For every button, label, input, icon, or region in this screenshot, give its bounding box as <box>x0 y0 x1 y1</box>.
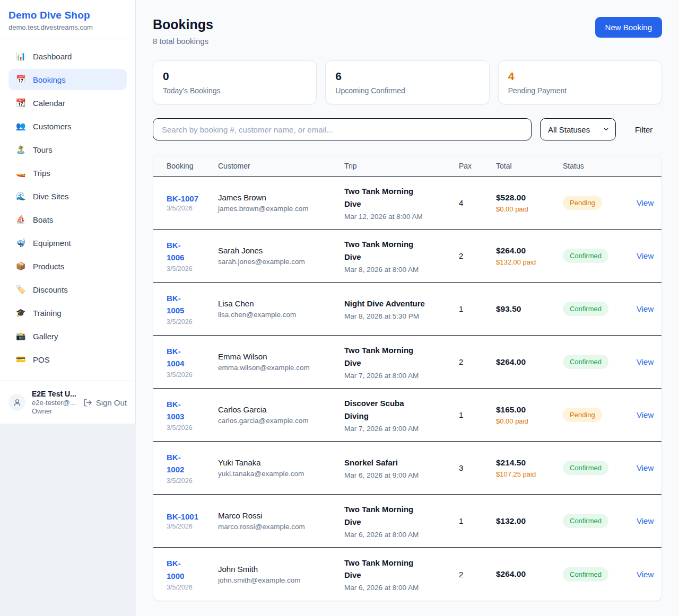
sidebar-item-label: Equipment <box>33 239 71 248</box>
pax-cell: 2 <box>452 243 490 269</box>
booking-cell: BK-1006 3/5/2026 <box>153 231 212 281</box>
sidebar-item-customers[interactable]: 👥 Customers <box>8 116 127 137</box>
sidebar: Demo Dive Shop demo.test.divestreams.com… <box>0 0 136 424</box>
booking-date: 3/5/2026 <box>167 424 205 432</box>
view-link[interactable]: View <box>637 410 654 419</box>
sidebar-item-bookings[interactable]: 📅 Bookings <box>8 69 127 90</box>
sidebar-item-label: Trips <box>33 169 50 178</box>
column-header-status: Status <box>556 155 621 176</box>
booking-date: 3/5/2026 <box>167 371 205 379</box>
view-link[interactable]: View <box>637 304 654 313</box>
sidebar-item-label: Calendar <box>33 99 65 108</box>
customer-name: John Smith <box>218 565 332 574</box>
trip-name: Two Tank Morning Dive <box>344 557 428 582</box>
stat-label: Upcoming Confirmed <box>335 86 479 95</box>
customer-cell: James Brown james.brown@example.com <box>212 184 338 221</box>
brand-name: Demo Dive Shop <box>8 10 127 21</box>
status-badge: Confirmed <box>563 514 608 528</box>
status-cell: Pending <box>556 399 621 430</box>
booking-number-link[interactable]: BK-1000 <box>167 557 191 582</box>
sidebar-item-label: Gallery <box>33 332 58 341</box>
sidebar-item-gallery[interactable]: 📸 Gallery <box>8 325 127 347</box>
paid-amount: $107.25 paid <box>496 470 537 478</box>
sign-out-label: Sign Out <box>96 398 127 407</box>
view-link[interactable]: View <box>637 251 654 260</box>
customer-email: sarah.jones@example.com <box>218 258 332 266</box>
brand-block: Demo Dive Shop demo.test.divestreams.com <box>0 0 135 39</box>
trip-name: Discover Scuba Diving <box>344 397 428 422</box>
pax-cell: 2 <box>452 349 490 375</box>
table-row: BK-1006 3/5/2026 Sarah Jones sarah.jones… <box>153 230 661 283</box>
sidebar-item-equipment[interactable]: 🤿 Equipment <box>8 232 127 253</box>
trip-datetime: Mar 7, 2026 at 8:00 AM <box>344 372 446 380</box>
page-subtitle: 8 total bookings <box>153 37 213 46</box>
booking-number-link[interactable]: BK-1001 <box>167 512 198 521</box>
total-amount: $214.50 <box>496 458 550 468</box>
status-badge: Confirmed <box>563 302 608 316</box>
booking-number-link[interactable]: BK-1004 <box>167 345 191 370</box>
booking-date: 3/5/2026 <box>167 477 205 485</box>
avatar <box>8 394 25 411</box>
status-select[interactable]: All Statuses <box>540 118 616 140</box>
view-link[interactable]: View <box>637 463 654 472</box>
view-link[interactable]: View <box>637 570 654 579</box>
customer-name: Carlos Garcia <box>218 405 332 414</box>
filter-button[interactable]: Filter <box>635 125 652 134</box>
view-link[interactable]: View <box>637 198 654 207</box>
actions-cell: View <box>621 190 661 216</box>
customer-email: lisa.chen@example.com <box>218 311 332 319</box>
sidebar-item-label: Boats <box>33 215 53 224</box>
sidebar-item-label: Dashboard <box>33 52 72 61</box>
sidebar-item-pos[interactable]: 💳 POS <box>8 349 127 370</box>
status-cell: Confirmed <box>556 293 621 324</box>
status-cell: Confirmed <box>556 346 621 377</box>
total-amount: $132.00 <box>496 516 550 526</box>
customer-name: Sarah Jones <box>218 246 332 255</box>
booking-number-link[interactable]: BK-1003 <box>167 398 191 423</box>
booking-cell: BK-1005 3/5/2026 <box>153 284 212 335</box>
trip-name: Night Dive Adventure <box>344 297 428 310</box>
pax-cell: 1 <box>452 296 490 322</box>
booking-number-link[interactable]: BK-1006 <box>167 239 191 264</box>
booking-number-link[interactable]: BK-1007 <box>167 194 198 203</box>
sidebar-item-label: Dive Sites <box>33 192 69 201</box>
booking-number-link[interactable]: BK-1002 <box>167 451 191 476</box>
booking-number-link[interactable]: BK-1005 <box>167 292 191 317</box>
trip-cell: Two Tank Morning Dive Mar 6, 2026 at 8:0… <box>338 495 452 547</box>
new-booking-button[interactable]: New Booking <box>595 17 662 38</box>
trip-datetime: Mar 7, 2026 at 9:00 AM <box>344 425 446 433</box>
booking-date: 3/5/2026 <box>167 318 205 325</box>
status-cell: Confirmed <box>556 559 621 590</box>
customer-cell: Lisa Chen lisa.chen@example.com <box>212 291 338 327</box>
stat-label: Today's Bookings <box>163 86 307 95</box>
table-body: BK-1007 3/5/2026 James Brown james.brown… <box>153 177 661 601</box>
total-amount: $165.00 <box>496 405 550 415</box>
sidebar-item-training[interactable]: 🎓 Training <box>8 302 127 323</box>
bookings-icon: 📅 <box>15 75 27 84</box>
customer-cell: Sarah Jones sarah.jones@example.com <box>212 237 338 274</box>
actions-cell: View <box>621 455 661 481</box>
pax-cell: 3 <box>452 455 490 481</box>
paid-amount: $0.00 paid <box>496 417 537 425</box>
view-link[interactable]: View <box>637 516 654 525</box>
user-email: e2e-tester@... <box>32 399 80 407</box>
sign-out-button[interactable]: Sign Out <box>83 398 127 407</box>
trip-name: Two Tank Morning Dive <box>344 503 428 528</box>
sidebar-item-dive-sites[interactable]: 🌊 Dive Sites <box>8 186 127 207</box>
sidebar-item-discounts[interactable]: 🏷️ Discounts <box>8 279 127 300</box>
sidebar-item-trips[interactable]: 🚤 Trips <box>8 162 127 183</box>
sidebar-item-tours[interactable]: 🏝️ Tours <box>8 139 127 160</box>
view-link[interactable]: View <box>637 357 654 366</box>
sidebar-item-dashboard[interactable]: 📊 Dashboard <box>8 46 127 67</box>
search-input[interactable] <box>153 118 532 140</box>
total-cell: $132.00 <box>490 508 556 534</box>
status-badge: Confirmed <box>563 355 608 369</box>
sidebar-item-boats[interactable]: ⛵ Boats <box>8 209 127 230</box>
paid-amount: $132.00 paid <box>496 258 537 266</box>
customer-email: emma.wilson@example.com <box>218 364 332 372</box>
customers-icon: 👥 <box>15 121 27 131</box>
trip-cell: Two Tank Morning Dive Mar 12, 2026 at 8:… <box>338 177 452 229</box>
total-cell: $165.00 $0.00 paid <box>490 397 556 434</box>
sidebar-item-calendar[interactable]: 📆 Calendar <box>8 92 127 113</box>
sidebar-item-products[interactable]: 📦 Products <box>8 256 127 277</box>
